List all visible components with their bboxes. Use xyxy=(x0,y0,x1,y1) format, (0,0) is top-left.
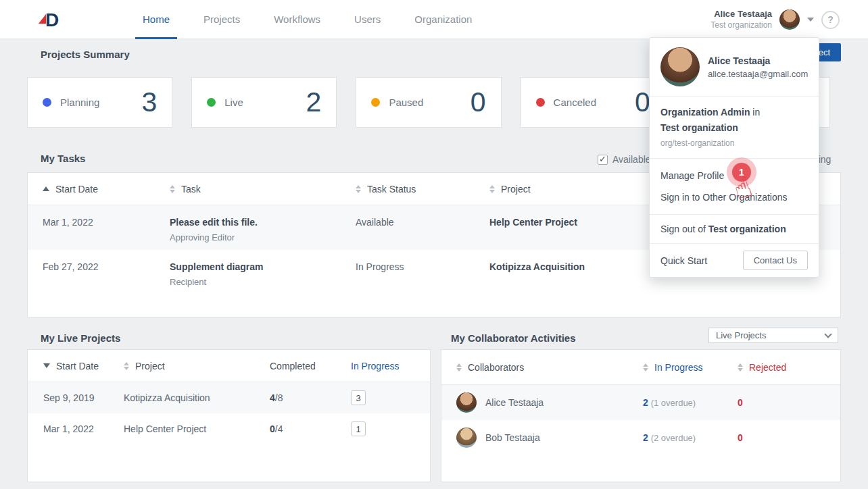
menu-item-sign-out[interactable]: Sign out of Test organization xyxy=(650,215,819,244)
topbar-user-name: Alice Testaaja xyxy=(710,9,772,20)
summary-card-value: 0 xyxy=(635,86,650,118)
my-live-projects-title: My Live Projects xyxy=(41,332,120,344)
summary-card-label: Paused xyxy=(389,97,423,108)
summary-card-value: 2 xyxy=(306,86,322,118)
chevron-down-icon xyxy=(824,330,831,338)
checkbox-icon[interactable] xyxy=(598,155,608,165)
svg-text:D: D xyxy=(45,9,59,30)
app-logo-icon[interactable]: D xyxy=(37,8,65,31)
task-start-date: Mar 1, 2022 xyxy=(43,217,170,228)
task-start-date: Feb 27, 2022 xyxy=(43,261,170,272)
user-avatar[interactable] xyxy=(779,9,800,30)
column-start-date[interactable]: Start Date xyxy=(43,361,124,371)
summary-card-paused: Paused 0 xyxy=(356,77,501,128)
column-start-date[interactable]: Start Date xyxy=(43,173,170,205)
sort-icon[interactable] xyxy=(170,185,175,193)
task-cell: Please edit this file. Approving Editor xyxy=(170,217,356,242)
menu-profile-section: Alice Testaaja alice.testaaja@gmail.com xyxy=(650,38,819,97)
collaborator-row[interactable]: Bob Testaaja 2 (2 overdue) 0 xyxy=(441,420,840,455)
main-nav: Home Projects Workflows Users Organizati… xyxy=(126,0,489,39)
column-project[interactable]: Project xyxy=(489,173,672,205)
column-completed: Completed xyxy=(270,361,351,371)
column-collaborators[interactable]: Collaborators xyxy=(456,362,643,373)
sort-icon[interactable] xyxy=(356,185,361,193)
summary-card-label: Planning xyxy=(60,97,99,108)
menu-role: Organization Admin xyxy=(660,107,750,118)
nav-item-workflows[interactable]: Workflows xyxy=(257,0,337,39)
menu-user-name: Alice Testaaja xyxy=(708,55,808,66)
topbar-user-info: Alice Testaaja Test organization xyxy=(710,9,772,30)
quick-start-link[interactable]: Quick Start xyxy=(660,255,707,266)
collaborators-table: Collaborators In Progress Rejected Alice… xyxy=(441,349,841,482)
contact-us-button[interactable]: Contact Us xyxy=(743,251,808,270)
project-in-progress: 3 xyxy=(351,390,430,405)
live-status-dot xyxy=(207,98,216,107)
user-dropdown-menu: Alice Testaaja alice.testaaja@gmail.com … xyxy=(649,37,819,278)
sort-ascending-icon[interactable] xyxy=(43,186,49,191)
project-name: Help Center Project xyxy=(124,423,270,434)
chevron-down-icon[interactable] xyxy=(807,18,814,22)
collaborator-filter-select[interactable]: Live Projects xyxy=(708,328,838,343)
nav-item-organization[interactable]: Organization xyxy=(397,0,489,39)
summary-card-label: Canceled xyxy=(554,97,596,108)
sort-icon[interactable] xyxy=(456,363,462,371)
summary-card-value: 0 xyxy=(471,86,486,118)
project-completed: 4/8 xyxy=(270,392,351,403)
top-navigation-bar: D Home Projects Workflows Users Organiza… xyxy=(0,0,868,39)
column-rejected[interactable]: Rejected xyxy=(738,362,840,373)
menu-user-avatar xyxy=(660,47,700,86)
collaborator-cell: Alice Testaaja xyxy=(456,392,643,413)
live-project-row[interactable]: Mar 1, 2022 Help Center Project 0/4 1 xyxy=(28,413,430,444)
column-task-status[interactable]: Task Status xyxy=(356,173,489,205)
project-completed: 0/4 xyxy=(270,423,351,434)
project-name: Kotipizza Acquisition xyxy=(124,392,270,403)
my-tasks-title: My Tasks xyxy=(41,153,85,164)
live-projects-header: Start Date Project Completed In Progress xyxy=(28,350,430,382)
in-progress-count-badge: 1 xyxy=(351,421,366,436)
project-start-date: Mar 1, 2022 xyxy=(43,423,124,434)
column-project[interactable]: Project xyxy=(124,361,270,371)
canceled-status-dot xyxy=(536,98,545,107)
collaborator-avatar xyxy=(456,392,477,413)
summary-card-label: Live xyxy=(224,97,243,108)
collaborator-row[interactable]: Alice Testaaja 2 (1 overdue) 0 xyxy=(441,385,840,420)
column-in-progress[interactable]: In Progress xyxy=(643,362,738,373)
summary-card-canceled: Canceled 0 xyxy=(521,77,666,128)
column-task[interactable]: Task xyxy=(170,173,356,205)
project-in-progress: 1 xyxy=(351,421,430,436)
task-status: In Progress xyxy=(356,261,489,272)
collaborator-in-progress: 2 (2 overdue) xyxy=(643,432,738,443)
task-role: Approving Editor xyxy=(170,232,356,242)
task-role: Recipient xyxy=(170,277,356,287)
summary-card-value: 3 xyxy=(141,86,157,118)
sort-icon[interactable] xyxy=(738,363,743,371)
nav-item-users[interactable]: Users xyxy=(337,0,397,39)
menu-org-section: Organization Admin in Test organization … xyxy=(650,97,819,159)
collaborator-name: Alice Testaaja xyxy=(485,397,544,408)
live-projects-table: Start Date Project Completed In Progress… xyxy=(27,349,431,482)
menu-org-name: Test organization xyxy=(660,122,808,133)
sort-descending-icon[interactable] xyxy=(43,363,50,368)
sort-icon[interactable] xyxy=(489,185,495,193)
menu-footer: Quick Start Contact Us xyxy=(650,244,819,277)
filter-available[interactable]: Available xyxy=(598,154,651,165)
sort-icon[interactable] xyxy=(124,362,129,370)
summary-card-planning: Planning 3 xyxy=(27,77,172,128)
collaborator-activities-title: My Collaborator Activities xyxy=(451,332,575,344)
live-project-row[interactable]: Sep 9, 2019 Kotipizza Acquisition 4/8 3 xyxy=(28,382,430,413)
project-start-date: Sep 9, 2019 xyxy=(43,392,124,403)
menu-org-slug: org/test-organization xyxy=(660,138,808,148)
nav-item-home[interactable]: Home xyxy=(126,0,187,39)
nav-item-projects[interactable]: Projects xyxy=(187,0,257,39)
planning-status-dot xyxy=(43,98,51,107)
task-cell: Supplement diagram Recipient xyxy=(170,261,356,287)
topbar-user-org: Test organization xyxy=(710,20,772,30)
topbar-user-area: Alice Testaaja Test organization ? xyxy=(710,0,840,39)
column-in-progress: In Progress xyxy=(351,361,430,371)
task-project: Kotipizza Acquisition xyxy=(489,261,672,272)
help-icon[interactable]: ? xyxy=(821,11,840,29)
task-title: Supplement diagram xyxy=(170,261,356,272)
sort-icon[interactable] xyxy=(643,363,648,371)
collaborator-rejected: 0 xyxy=(738,397,840,408)
task-title: Please edit this file. xyxy=(170,217,356,228)
